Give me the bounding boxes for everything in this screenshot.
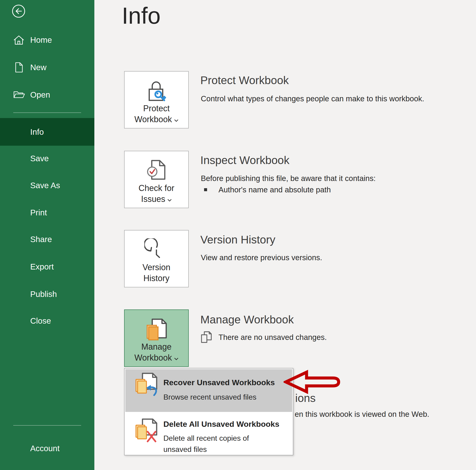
- excel-backstage-info-page: Home New Open Info: [0, 0, 476, 470]
- section-description: Before publishing this file, be aware th…: [201, 174, 375, 183]
- sidebar-item-save-as[interactable]: Save As: [0, 172, 94, 199]
- manage-workbook-dropdown-menu: Recover Unsaved Workbooks Browse recent …: [124, 368, 293, 455]
- version-history-button[interactable]: Version History: [124, 230, 189, 287]
- sidebar-item-label: Save: [30, 154, 49, 163]
- sidebar-item-label: Print: [30, 208, 47, 217]
- chevron-down-icon: [174, 114, 178, 125]
- sidebar-item-share[interactable]: Share: [0, 226, 94, 253]
- inspect-document-icon: [125, 159, 188, 185]
- recover-unsaved-icon: [134, 372, 162, 399]
- card-label-line: History: [143, 273, 170, 284]
- page-title: Info: [122, 2, 161, 29]
- sidebar-item-new[interactable]: New: [0, 54, 94, 81]
- back-button[interactable]: [12, 4, 26, 18]
- sidebar-item-label: Save As: [30, 181, 60, 190]
- section-heading: Manage Workbook: [200, 313, 294, 326]
- sidebar-item-home[interactable]: Home: [0, 27, 94, 53]
- menu-item-subtitle: Browse recent unsaved files: [163, 391, 256, 403]
- delete-unsaved-icon: [134, 418, 162, 444]
- backstage-sidebar: Home New Open Info: [0, 0, 94, 470]
- sidebar-item-account[interactable]: Account: [0, 435, 94, 462]
- sidebar-item-label: Export: [30, 262, 54, 271]
- card-label-line: Workbook: [134, 114, 178, 125]
- sidebar-item-label: Open: [30, 90, 50, 100]
- sidebar-item-save[interactable]: Save: [0, 145, 94, 172]
- protect-workbook-button[interactable]: Protect Workbook: [124, 71, 189, 129]
- bullet-icon: [204, 188, 207, 191]
- pages-icon: [200, 331, 212, 344]
- sidebar-item-open[interactable]: Open: [0, 81, 94, 108]
- check-for-issues-button[interactable]: Check for Issues: [124, 151, 189, 208]
- menu-item-title: Delete All Unsaved Workbooks: [163, 420, 279, 429]
- card-label-line: Issues: [141, 194, 172, 204]
- sidebar-item-label: Home: [30, 35, 52, 45]
- history-clock-icon: [125, 238, 188, 263]
- inspect-finding-item: Author's name and absolute path: [204, 185, 331, 194]
- sidebar-item-close[interactable]: Close: [0, 307, 94, 334]
- lock-key-icon: [125, 80, 188, 105]
- card-label-line: Version: [142, 262, 170, 273]
- sidebar-item-print[interactable]: Print: [0, 199, 94, 226]
- new-document-icon: [12, 61, 26, 74]
- sidebar-item-info[interactable]: Info: [0, 118, 94, 146]
- status-text: There are no unsaved changes.: [219, 333, 327, 342]
- back-arrow-icon: [12, 15, 26, 19]
- sidebar-item-label: New: [30, 63, 47, 72]
- menu-item-subtitle: Delete all recent copies of unsaved file…: [163, 433, 275, 455]
- unsaved-changes-status: There are no unsaved changes.: [200, 331, 327, 344]
- chevron-down-icon: [167, 194, 172, 204]
- sidebar-divider: [13, 112, 81, 113]
- section-description: View and restore previous versions.: [201, 253, 322, 262]
- sidebar-item-label: Close: [30, 316, 51, 325]
- menu-item-recover-unsaved-workbooks[interactable]: Recover Unsaved Workbooks Browse recent …: [125, 369, 292, 412]
- sidebar-item-label: Account: [30, 444, 60, 453]
- manage-workbook-icon: [125, 318, 188, 344]
- inspect-finding-text: Author's name and absolute path: [219, 185, 331, 194]
- section-heading: Version History: [200, 233, 275, 246]
- sidebar-item-label: Publish: [30, 289, 57, 299]
- sidebar-divider: [13, 425, 81, 426]
- sidebar-item-label: Info: [30, 127, 44, 137]
- menu-item-title: Recover Unsaved Workbooks: [163, 378, 275, 387]
- section-description: Control what types of changes people can…: [201, 94, 424, 103]
- covered-section-description-fragment: en this workbook is viewed on the Web.: [295, 410, 429, 419]
- annotation-arrow-left-icon: [284, 369, 343, 394]
- menu-item-delete-all-unsaved-workbooks[interactable]: Delete All Unsaved Workbooks Delete all …: [125, 414, 292, 453]
- card-label-line: Workbook: [134, 352, 178, 363]
- open-folder-icon: [12, 88, 26, 101]
- sidebar-item-label: Share: [30, 235, 52, 244]
- chevron-down-icon: [174, 352, 178, 363]
- sidebar-item-export[interactable]: Export: [0, 253, 94, 280]
- home-icon: [12, 33, 26, 47]
- sidebar-item-publish[interactable]: Publish: [0, 281, 94, 308]
- section-heading: Inspect Workbook: [200, 154, 289, 167]
- section-heading: Protect Workbook: [200, 74, 289, 87]
- manage-workbook-button[interactable]: Manage Workbook: [124, 309, 189, 367]
